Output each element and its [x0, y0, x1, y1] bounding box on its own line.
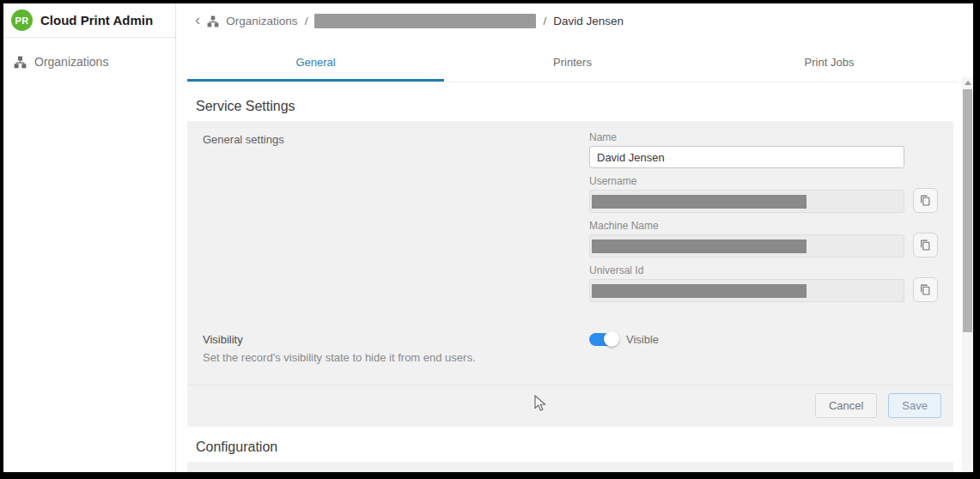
- username-label: Username: [589, 175, 904, 187]
- vertical-scrollbar[interactable]: [962, 77, 973, 472]
- save-button[interactable]: Save: [888, 393, 941, 418]
- breadcrumb: ‹ Organizations / / David Jensen: [176, 3, 973, 38]
- universal-id-field-row: Universal Id: [589, 264, 938, 302]
- sidebar-header: PR Cloud Print Admin: [3, 3, 175, 38]
- universal-id-input: [589, 279, 904, 302]
- breadcrumb-separator: /: [305, 15, 308, 27]
- content: Service Settings General settings Name: [176, 82, 973, 472]
- universal-id-label: Universal Id: [589, 264, 904, 276]
- configuration-panel: Generate new config When a new configura…: [187, 462, 953, 472]
- breadcrumb-separator: /: [543, 15, 546, 27]
- visibility-label: Visibility: [203, 333, 589, 346]
- copy-icon: [920, 284, 931, 295]
- cancel-button[interactable]: Cancel: [815, 393, 877, 418]
- copy-icon: [920, 240, 931, 251]
- tab-printers[interactable]: Printers: [444, 43, 701, 82]
- scrollbar-up-arrow-icon[interactable]: [962, 77, 973, 88]
- copy-icon: [920, 195, 931, 206]
- org-tree-icon: [207, 15, 219, 27]
- copy-universal-id-button[interactable]: [913, 277, 938, 302]
- service-settings-panel: General settings Name: [187, 121, 953, 427]
- copy-machine-name-button[interactable]: [913, 233, 938, 258]
- name-field-row: Name: [589, 131, 938, 168]
- main-area: ‹ Organizations / / David Jensen General…: [176, 3, 973, 472]
- back-chevron-icon[interactable]: ‹: [195, 11, 200, 27]
- breadcrumb-root[interactable]: Organizations: [226, 15, 297, 27]
- tab-general[interactable]: General: [187, 43, 444, 82]
- sidebar-item-label: Organizations: [34, 55, 108, 69]
- toggle-knob: [604, 331, 619, 347]
- redacted-value: [592, 195, 807, 209]
- visibility-description: Set the record's visibility state to hid…: [203, 351, 589, 364]
- org-tree-icon: [14, 56, 27, 69]
- app-logo-icon: PR: [11, 9, 33, 31]
- tab-print-jobs[interactable]: Print Jobs: [701, 43, 958, 82]
- general-settings-label: General settings: [203, 133, 589, 146]
- name-input[interactable]: [589, 146, 904, 168]
- redacted-value: [592, 240, 807, 253]
- configuration-heading: Configuration: [187, 432, 953, 462]
- machine-name-label: Machine Name: [589, 220, 904, 232]
- machine-name-input: [589, 234, 904, 258]
- redacted-value: [592, 284, 807, 298]
- scrollbar-thumb[interactable]: [963, 89, 972, 332]
- visibility-row: Visibility Set the record's visibility s…: [203, 331, 938, 364]
- username-input: [589, 190, 904, 213]
- screenshot-frame: PR Cloud Print Admin Organizations ‹: [0, 0, 980, 479]
- visibility-state-label: Visible: [626, 333, 659, 346]
- sidebar: PR Cloud Print Admin Organizations: [3, 3, 176, 472]
- sidebar-item-organizations[interactable]: Organizations: [3, 45, 175, 79]
- service-settings-heading: Service Settings: [187, 91, 953, 121]
- name-label: Name: [589, 131, 904, 143]
- visibility-toggle[interactable]: [589, 333, 618, 346]
- breadcrumb-redacted-org: [314, 14, 536, 28]
- app-window: PR Cloud Print Admin Organizations ‹: [3, 3, 973, 472]
- tab-bar: General Printers Print Jobs: [187, 43, 958, 82]
- form-actions: Cancel Save: [187, 385, 953, 427]
- breadcrumb-current: David Jensen: [553, 15, 624, 27]
- username-field-row: Username: [589, 175, 938, 213]
- copy-username-button[interactable]: [913, 188, 938, 213]
- app-title: Cloud Print Admin: [40, 13, 153, 27]
- machine-name-field-row: Machine Name: [589, 220, 938, 258]
